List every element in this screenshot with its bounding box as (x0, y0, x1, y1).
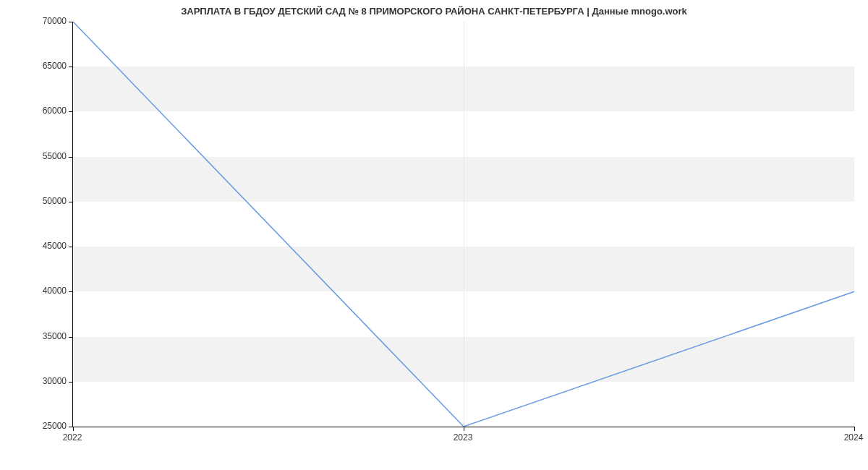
y-tick (69, 337, 73, 338)
y-axis-label: 50000 (43, 196, 67, 206)
y-axis-label: 55000 (43, 151, 67, 161)
plot-area (72, 22, 854, 427)
x-tick (73, 427, 74, 431)
x-axis-label: 2022 (58, 432, 87, 443)
y-tick (69, 111, 73, 112)
line-layer (73, 22, 854, 427)
y-tick (69, 67, 73, 67)
y-axis-label: 30000 (43, 376, 67, 386)
chart-container: ЗАРПЛАТА В ГБДОУ ДЕТСКИЙ САД № 8 ПРИМОРС… (0, 0, 868, 470)
x-axis-label: 2023 (448, 432, 477, 443)
y-tick (69, 247, 73, 247)
y-tick (69, 22, 73, 22)
y-tick (69, 202, 73, 202)
y-axis-label: 35000 (43, 331, 67, 341)
y-axis-label: 65000 (43, 61, 67, 71)
data-line (73, 22, 854, 427)
y-axis-label: 60000 (43, 106, 67, 116)
y-axis-label: 40000 (43, 286, 67, 296)
chart-title: ЗАРПЛАТА В ГБДОУ ДЕТСКИЙ САД № 8 ПРИМОРС… (0, 6, 868, 17)
y-axis-label: 70000 (43, 16, 67, 26)
x-tick (464, 427, 464, 431)
x-tick (854, 427, 855, 431)
y-tick (69, 291, 73, 292)
y-tick (69, 157, 73, 158)
y-tick (69, 382, 73, 383)
y-axis-label: 45000 (43, 241, 67, 251)
y-axis-label: 25000 (43, 421, 67, 431)
x-axis-label: 2024 (839, 432, 868, 443)
